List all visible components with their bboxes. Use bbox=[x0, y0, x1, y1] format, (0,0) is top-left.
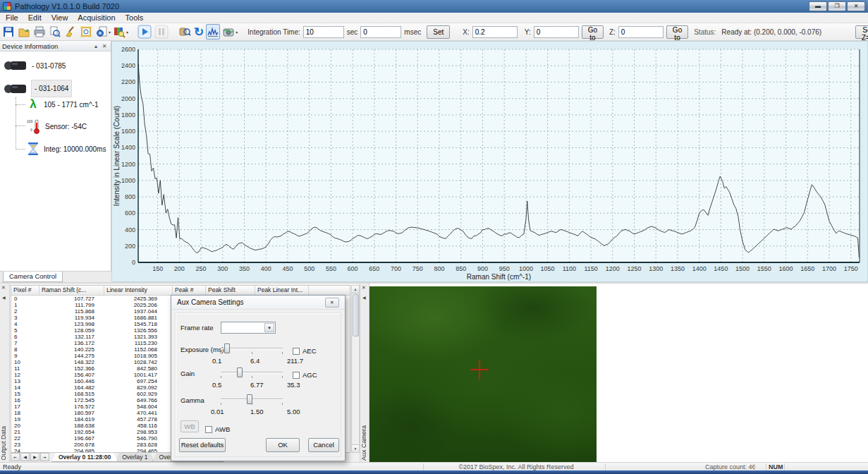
column-header[interactable]: Pixel # bbox=[11, 286, 39, 295]
frame-rate-select[interactable]: ▼ bbox=[221, 322, 276, 334]
table-cell: 152.366 bbox=[39, 365, 104, 372]
table-cell: 192.654 bbox=[39, 429, 104, 435]
x-position-input[interactable] bbox=[472, 26, 518, 38]
goto-xy-button[interactable]: Go to XY bbox=[582, 25, 604, 39]
print-icon[interactable] bbox=[32, 24, 47, 40]
device-item-1064[interactable]: - 031-1064 bbox=[4, 80, 71, 97]
reset-defaults-button[interactable]: Reset defaults bbox=[179, 438, 226, 452]
x-label: X: bbox=[463, 28, 469, 36]
wb-button[interactable]: WB bbox=[181, 420, 199, 432]
library-search-dropdown-icon[interactable]: ▾ bbox=[126, 24, 128, 40]
column-header[interactable]: Raman Shift (c... bbox=[39, 286, 104, 295]
aux-panel-close-icon[interactable]: ✕ bbox=[362, 285, 366, 291]
output-panel-collapse-icon[interactable]: ◀ bbox=[2, 295, 6, 300]
chevron-down-icon[interactable]: ▼ bbox=[264, 323, 274, 332]
svg-text:150: 150 bbox=[152, 265, 163, 272]
refresh-icon[interactable]: ↻ bbox=[193, 24, 204, 40]
dialog-close-icon[interactable]: ✕ bbox=[325, 298, 339, 308]
table-cell: 115.868 bbox=[39, 308, 104, 315]
pause-icon[interactable] bbox=[154, 24, 169, 40]
spectrum-view-icon[interactable] bbox=[206, 24, 220, 40]
integration-sec-input[interactable] bbox=[303, 26, 344, 38]
snapshot-dropdown-icon[interactable]: ▾ bbox=[236, 24, 238, 40]
clean-icon[interactable] bbox=[63, 24, 78, 40]
gain-slider[interactable] bbox=[221, 367, 283, 378]
table-cell: 18 bbox=[11, 410, 39, 416]
table-cell: 20 bbox=[11, 423, 39, 429]
snapshot-icon[interactable] bbox=[221, 24, 236, 40]
print-preview-icon[interactable] bbox=[48, 24, 62, 40]
table-cell: 168.515 bbox=[39, 391, 104, 397]
awb-label: AWB bbox=[215, 425, 230, 433]
cancel-button[interactable]: Cancel bbox=[308, 438, 339, 452]
gamma-slider-thumb[interactable] bbox=[247, 394, 252, 404]
tab-prev-icon[interactable]: ◀ bbox=[20, 453, 30, 461]
aux-panel-collapse-icon[interactable]: ◀ bbox=[362, 295, 366, 300]
pin-icon[interactable]: ▴ bbox=[92, 43, 100, 49]
open-icon[interactable] bbox=[17, 24, 31, 40]
table-cell: 24 bbox=[11, 448, 39, 453]
panel-close-icon[interactable]: ✕ bbox=[100, 43, 109, 49]
z-position-input[interactable] bbox=[618, 26, 664, 38]
scroll-up-icon[interactable]: ▲ bbox=[352, 286, 359, 293]
y-position-input[interactable] bbox=[534, 26, 579, 38]
camera-device-icon bbox=[4, 59, 27, 72]
acquire-icon[interactable] bbox=[178, 24, 192, 40]
raman-spectrum-chart[interactable]: 0200400600800100012001400160018002000220… bbox=[112, 42, 867, 281]
menu-file[interactable]: File bbox=[6, 13, 18, 22]
column-header[interactable]: Linear Intensity bbox=[104, 286, 173, 295]
save-icon[interactable] bbox=[1, 24, 16, 40]
region-select-icon[interactable] bbox=[79, 24, 93, 40]
output-panel-close-icon[interactable]: ✕ bbox=[1, 285, 6, 291]
table-cell: 470.441 bbox=[104, 410, 173, 416]
set-integration-button[interactable]: Set bbox=[427, 25, 450, 39]
integration-time-label: Integration Time: bbox=[247, 28, 300, 36]
exposure-slider[interactable] bbox=[221, 343, 283, 354]
column-header[interactable]: Peak # bbox=[173, 286, 206, 295]
gamma-slider[interactable] bbox=[221, 394, 283, 405]
overlay-tab[interactable]: Overlay 1 bbox=[115, 453, 154, 462]
table-cell: 188.638 bbox=[39, 423, 104, 429]
svg-text:1800: 1800 bbox=[121, 111, 135, 119]
tab-next-icon[interactable]: ▶ bbox=[30, 453, 39, 461]
agc-checkbox[interactable]: AGC bbox=[293, 368, 317, 381]
integration-msec-input[interactable] bbox=[360, 26, 401, 38]
close-button[interactable]: ✕ bbox=[847, 1, 865, 11]
svg-text:850: 850 bbox=[456, 265, 466, 272]
scroll-down-icon[interactable]: ▼ bbox=[352, 444, 359, 452]
exposure-slider-thumb[interactable] bbox=[224, 344, 230, 353]
scroll-thumb[interactable] bbox=[353, 294, 359, 336]
tab-first-icon[interactable]: ⯬ bbox=[11, 453, 20, 461]
overlay-tab[interactable]: Overlay 0 11:28:00 bbox=[51, 453, 118, 462]
process-settings-icon[interactable] bbox=[94, 24, 109, 40]
dialog-title-bar[interactable]: Aux Camera Settings ✕ bbox=[171, 296, 345, 310]
menu-tools[interactable]: Tools bbox=[126, 13, 144, 22]
spectrum-chart-panel: 0200400600800100012001400160018002000220… bbox=[111, 41, 868, 282]
column-header[interactable]: Peak Shift bbox=[206, 286, 255, 295]
play-icon[interactable] bbox=[137, 24, 152, 40]
tab-camera-control[interactable]: Camera Control bbox=[3, 272, 63, 282]
library-search-icon[interactable] bbox=[112, 24, 126, 40]
table-cell: 111.799 bbox=[39, 302, 104, 308]
tab-last-icon[interactable]: ⯮ bbox=[40, 453, 49, 461]
device-item-0785[interactable]: - 031-0785 bbox=[4, 59, 66, 72]
menu-view[interactable]: View bbox=[51, 13, 68, 22]
minimize-button[interactable]: ▬ bbox=[809, 1, 827, 11]
integration-item[interactable]: Integ: 10000.000ms bbox=[27, 142, 106, 156]
app-icon bbox=[3, 2, 11, 11]
column-header[interactable]: Peak Linear Int... bbox=[255, 286, 309, 295]
process-settings-dropdown-icon[interactable]: ▾ bbox=[109, 24, 111, 40]
set-z0-button[interactable]: Set Z=0 bbox=[855, 25, 868, 39]
aux-camera-image[interactable] bbox=[369, 286, 597, 463]
table-scrollbar[interactable]: ▲ ▼ bbox=[351, 285, 360, 453]
menu-edit[interactable]: Edit bbox=[28, 13, 42, 22]
menu-acquisition[interactable]: Acquisition bbox=[78, 13, 115, 22]
aec-checkbox[interactable]: AEC bbox=[293, 344, 317, 357]
restore-button[interactable]: ❐ bbox=[828, 1, 846, 11]
awb-checkbox[interactable]: AWB bbox=[205, 423, 230, 435]
goto-z-button[interactable]: Go to Z bbox=[666, 25, 688, 39]
gain-slider-thumb[interactable] bbox=[237, 367, 243, 377]
sensor-item[interactable]: 1000 Sensor: -54C bbox=[27, 119, 87, 134]
wavelength-item[interactable]: λ 105 - 1771 cm^-1 bbox=[27, 97, 99, 111]
ok-button[interactable]: OK bbox=[266, 438, 300, 452]
